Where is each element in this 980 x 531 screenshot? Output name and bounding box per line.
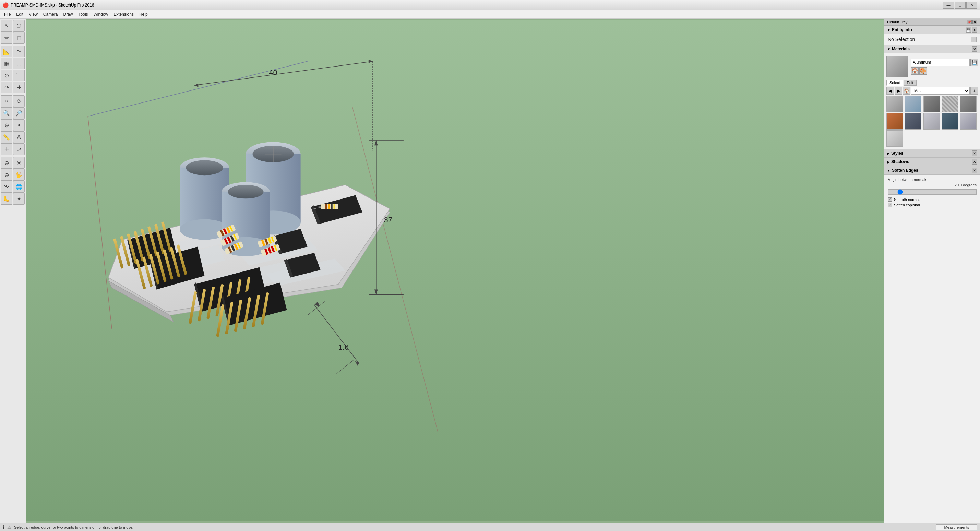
tool-btn-14-0[interactable]: 🦶 — [1, 193, 12, 205]
soften-coplanar-checkbox[interactable]: ✓ — [888, 203, 892, 207]
tool-btn-14-1[interactable]: ✦ — [13, 193, 25, 205]
tool-btn-1-1[interactable]: ◻ — [13, 32, 25, 43]
tool-btn-7-0[interactable]: 🔍 — [1, 107, 12, 119]
svg-rect-100 — [334, 203, 335, 209]
swatch-lightgray[interactable] — [886, 130, 903, 147]
tray-close-button[interactable]: ✕ — [972, 19, 977, 24]
menu-item-window[interactable]: Window — [91, 11, 111, 17]
mat-home-btn[interactable]: 🏠 — [903, 87, 910, 95]
svg-rect-32 — [314, 208, 317, 209]
soften-slider[interactable] — [888, 189, 977, 195]
tool-btn-1-0[interactable]: ✏ — [1, 32, 12, 43]
materials-triangle[interactable]: ▼ — [887, 47, 891, 51]
mat-forward-btn[interactable]: ▶ — [895, 87, 902, 95]
svg-rect-33 — [318, 207, 321, 208]
tool-row-2: 📐〜 — [1, 46, 25, 57]
tool-btn-10-1[interactable]: ↗ — [13, 143, 25, 155]
tool-btn-6-1[interactable]: ⟳ — [13, 95, 25, 107]
shadows-triangle[interactable]: ▶ — [887, 160, 890, 164]
tool-btn-2-0[interactable]: 📐 — [1, 46, 12, 57]
swatch-cross[interactable] — [942, 96, 958, 113]
mat-category-select[interactable]: Metal Wood Brick — [911, 87, 970, 95]
tool-btn-10-0[interactable]: ✛ — [1, 143, 12, 155]
soften-triangle[interactable]: ▼ — [887, 169, 891, 172]
menu-item-tools[interactable]: Tools — [76, 11, 91, 17]
soften-close[interactable]: ✕ — [972, 168, 977, 173]
tray-pin-button[interactable]: 📌 — [967, 19, 972, 24]
material-create-btn[interactable]: 🏠 — [911, 67, 919, 75]
material-save-btn[interactable]: 💾 — [970, 59, 978, 66]
default-tray-header: Default Tray 📌 ✕ — [885, 19, 980, 26]
tool-btn-4-1[interactable]: ⌒ — [13, 70, 25, 81]
viewport[interactable]: 40 37 1.6 — [26, 19, 884, 523]
entity-info-action[interactable]: 💾 — [966, 27, 971, 33]
material-preview — [886, 56, 908, 78]
menu-item-help[interactable]: Help — [137, 11, 151, 17]
maximize-button[interactable]: □ — [955, 2, 966, 9]
entity-info-triangle[interactable]: ▼ — [887, 28, 891, 32]
tab-select[interactable]: Select — [886, 79, 903, 86]
tool-row-1: ✏◻ — [1, 32, 25, 43]
tool-btn-12-1[interactable]: 🖐 — [13, 169, 25, 181]
swatch-silver[interactable] — [886, 96, 903, 113]
materials-content: 💾 🏠 🎨 Select Edit ◀ ▶ 🏠 — [885, 54, 980, 149]
menu-item-extensions[interactable]: Extensions — [111, 11, 137, 17]
tool-btn-5-1[interactable]: ✚ — [13, 81, 25, 93]
mat-add-btn[interactable]: + — [970, 87, 978, 95]
swatch-steel[interactable] — [905, 113, 921, 130]
tool-btn-4-0[interactable]: ⊙ — [1, 70, 12, 81]
tool-btn-13-1[interactable]: 🌐 — [13, 181, 25, 192]
swatch-darkgray[interactable] — [923, 96, 940, 113]
swatch-darksteel[interactable] — [942, 113, 958, 130]
swatch-bluesteel[interactable] — [905, 96, 921, 113]
entity-info-close[interactable]: ✕ — [972, 27, 977, 33]
styles-close[interactable]: ✕ — [972, 151, 977, 156]
svg-point-25 — [228, 185, 263, 199]
shadows-title: Shadows — [891, 159, 909, 164]
menu-item-view[interactable]: View — [26, 11, 40, 17]
menu-item-file[interactable]: File — [2, 11, 13, 17]
tool-row-8: ⊕✦ — [1, 119, 25, 131]
tool-btn-5-0[interactable]: ↷ — [1, 81, 12, 93]
material-extra-btn[interactable]: 🎨 — [919, 67, 927, 75]
tool-btn-8-1[interactable]: ✦ — [13, 119, 25, 131]
swatch-copper[interactable] — [886, 113, 903, 130]
tool-btn-2-1[interactable]: 〜 — [13, 46, 25, 57]
tool-btn-13-0[interactable]: 👁 — [1, 181, 12, 192]
dim-1.6: 1.6 — [338, 343, 349, 351]
minimize-button[interactable]: — — [943, 2, 954, 9]
tool-btn-6-0[interactable]: ↔ — [1, 95, 12, 107]
titlebar-title: PREAMP-SMD-IMS.skp - SketchUp Pro 2016 — [11, 3, 94, 8]
swatch-lightmetal[interactable] — [923, 113, 940, 130]
tool-btn-8-0[interactable]: ⊕ — [1, 119, 12, 131]
tool-btn-11-1[interactable]: ☀ — [13, 157, 25, 169]
tool-btn-9-1[interactable]: A — [13, 131, 25, 143]
tool-btn-9-0[interactable]: 📏 — [1, 131, 12, 143]
styles-triangle[interactable]: ▶ — [887, 151, 890, 155]
tab-edit[interactable]: Edit — [904, 79, 916, 86]
menu-item-edit[interactable]: Edit — [13, 11, 26, 17]
mat-back-btn[interactable]: ◀ — [886, 87, 894, 95]
tool-row-4: ⊙⌒ — [1, 70, 25, 81]
menu-item-draw[interactable]: Draw — [61, 11, 76, 17]
tool-btn-3-1[interactable]: ▢ — [13, 57, 25, 69]
tool-btn-12-0[interactable]: ⊕ — [1, 169, 12, 181]
tool-btn-0-1[interactable]: ⬡ — [13, 20, 25, 32]
shadows-close[interactable]: ✕ — [972, 159, 977, 165]
tool-btn-11-0[interactable]: ⊕ — [1, 157, 12, 169]
material-name-input[interactable] — [911, 59, 970, 66]
shadows-header: ▶ Shadows ✕ — [885, 158, 980, 166]
shadows-section: ▶ Shadows ✕ — [885, 158, 980, 166]
smooth-normals-checkbox[interactable]: ✓ — [888, 197, 892, 202]
close-button[interactable]: ✕ — [966, 2, 977, 9]
swatch-alum2[interactable] — [960, 113, 977, 130]
scene-svg: 40 37 1.6 — [26, 19, 884, 523]
tool-btn-3-0[interactable]: ▦ — [1, 57, 12, 69]
entity-info-icon — [971, 37, 977, 42]
materials-close[interactable]: ✕ — [972, 46, 977, 52]
tool-btn-7-1[interactable]: 🔎 — [13, 107, 25, 119]
swatch-gray2[interactable] — [960, 96, 977, 113]
tool-btn-0-0[interactable]: ↖ — [1, 20, 12, 32]
tool-row-11: ⊕☀ — [1, 157, 25, 169]
menu-item-camera[interactable]: Camera — [40, 11, 61, 17]
